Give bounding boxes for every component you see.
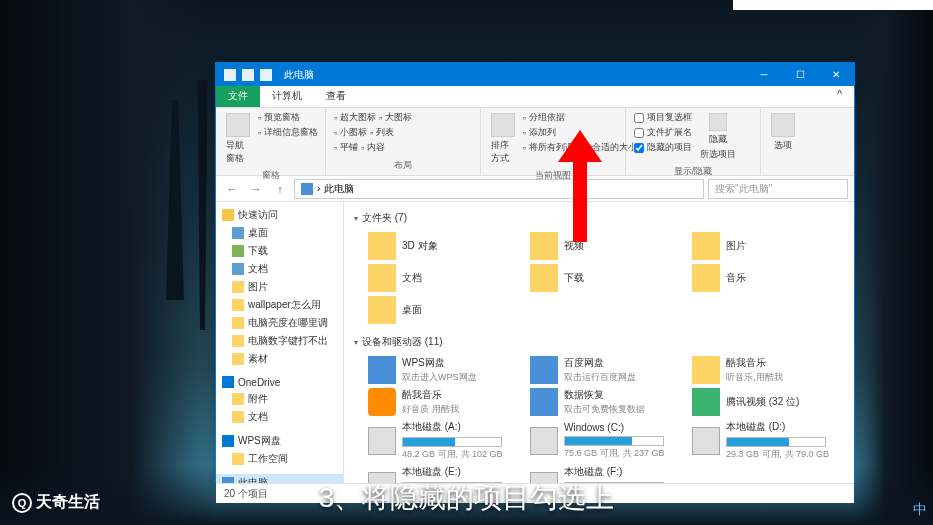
ribbon-tabs: 文件 计算机 查看 ^ [216,86,854,108]
cloud-icon [222,376,234,388]
drive-item[interactable]: 百度网盘双击运行百度网盘 [530,356,682,384]
drive-icon [692,388,720,416]
window-title: 此电脑 [280,68,746,82]
app-icon [224,69,236,81]
sidebar-item[interactable]: 附件 [216,390,343,408]
folder-item[interactable]: 视频 [530,232,682,260]
folder-item[interactable]: 桌面 [368,296,520,324]
addcol-option[interactable]: ▫添加列 [523,126,637,139]
folder-icon [232,299,244,311]
drive-item[interactable]: 本地磁盘 (A:)48.2 GB 可用, 共 102 GB [368,420,520,461]
preview-pane-option[interactable]: ▫预览窗格 [258,111,318,124]
content-area: ▾文件夹 (7) 3D 对象视频图片文档下载音乐桌面 ▾设备和驱动器 (11) … [344,202,854,483]
layout-option[interactable]: ▫小图标 ▫列表 [334,126,412,139]
close-button[interactable]: ✕ [818,63,854,86]
folder-icon [692,264,720,292]
section-drives[interactable]: ▾设备和驱动器 (11) [354,332,844,352]
sidebar-item[interactable]: 电脑数字键打不出 [216,332,343,350]
drive-item[interactable]: WPS网盘双击进入WPS网盘 [368,356,520,384]
folder-icon [232,317,244,329]
drive-item[interactable]: 本地磁盘 (D:)29.3 GB 可用, 共 79.0 GB [692,420,844,461]
desktop-icon [232,227,244,239]
drive-item[interactable]: 数据恢复双击可免费恢复数据 [530,388,682,416]
drive-item[interactable]: 腾讯视频 (32 位) [692,388,844,416]
sidebar-item[interactable]: wallpaper怎么用 [216,296,343,314]
folder-icon [368,232,396,260]
drive-icon [368,427,396,455]
drive-item[interactable]: 酷我音乐好音质 用酷我 [368,388,520,416]
caption-text: 3、将隐藏的项目勾选上 [0,479,933,517]
folder-item[interactable]: 下载 [530,264,682,292]
top-bar-fragment [733,0,933,10]
nav-pane-button[interactable]: 导航窗格 [224,111,252,167]
chevron-down-icon: ▾ [354,338,358,347]
brand-logo: Q天奇生活 [12,492,100,513]
sidebar-item[interactable]: 工作空间 [216,450,343,468]
sidebar-item-documents[interactable]: 文档 [216,260,343,278]
search-field[interactable]: 搜索"此电脑" [708,179,848,199]
folder-icon [232,353,244,365]
folder-icon [232,411,244,423]
folder-item[interactable]: 音乐 [692,264,844,292]
tab-view[interactable]: 查看 [314,86,358,107]
minimize-button[interactable]: ─ [746,63,782,86]
section-folders[interactable]: ▾文件夹 (7) [354,208,844,228]
layout-option[interactable]: ▫超大图标 ▫大图标 [334,111,412,124]
checkbox-hidden-items[interactable]: 隐藏的项目 [634,141,692,154]
folder-item[interactable]: 3D 对象 [368,232,520,260]
download-icon [232,245,244,257]
details-pane-option[interactable]: ▫详细信息窗格 [258,126,318,139]
ribbon: 导航窗格 ▫预览窗格 ▫详细信息窗格 窗格 ▫超大图标 ▫大图标 ▫小图标 ▫列… [216,108,854,176]
autosize-option[interactable]: ▫将所有列调整为合适的大小 [523,141,637,154]
sort-button[interactable]: 排序方式 [489,111,517,167]
checkbox-file-extensions[interactable]: 文件扩展名 [634,126,692,139]
document-icon [232,263,244,275]
sidebar-quick-access[interactable]: 快速访问 [216,206,343,224]
options-button[interactable]: 选项 [769,111,797,154]
titlebar[interactable]: 此电脑 ─ ☐ ✕ [216,63,854,86]
drive-icon [368,356,396,384]
drive-item[interactable]: Windows (C:)75.6 GB 可用, 共 237 GB [530,420,682,461]
sidebar-item[interactable]: 电脑亮度在哪里调 [216,314,343,332]
folder-icon [368,296,396,324]
folder-item[interactable]: 图片 [692,232,844,260]
folder-item[interactable]: 文档 [368,264,520,292]
drive-icon [692,356,720,384]
groupby-option[interactable]: ▫分组依据 [523,111,637,124]
folder-icon [530,264,558,292]
drive-item[interactable]: 酷我音乐听音乐,用酷我 [692,356,844,384]
qat-icon[interactable] [260,69,272,81]
group-label: 当前视图 [489,167,617,182]
folder-icon [530,232,558,260]
drive-icon [530,388,558,416]
drive-icon [530,427,558,455]
sidebar: 快速访问 桌面 下载 文档 图片 wallpaper怎么用 电脑亮度在哪里调 电… [216,202,344,483]
cloud-icon [222,435,234,447]
sidebar-item-desktop[interactable]: 桌面 [216,224,343,242]
folder-icon [368,264,396,292]
folder-icon [692,232,720,260]
explorer-window: 此电脑 ─ ☐ ✕ 文件 计算机 查看 ^ 导航窗格 ▫预览窗格 ▫详细信息窗格… [215,62,855,482]
ime-indicator[interactable]: 中 [913,501,927,519]
hide-selected-button[interactable]: 隐藏所选项目 [698,111,738,163]
sidebar-item[interactable]: 素材 [216,350,343,368]
layout-option[interactable]: ▫平铺 ▫内容 [334,141,412,154]
sidebar-item[interactable]: 文档 [216,408,343,426]
sidebar-wps[interactable]: WPS网盘 [216,432,343,450]
sidebar-item-downloads[interactable]: 下载 [216,242,343,260]
maximize-button[interactable]: ☐ [782,63,818,86]
folder-icon [232,393,244,405]
tab-file[interactable]: 文件 [216,86,260,107]
qat-icon[interactable] [242,69,254,81]
drive-icon [368,388,396,416]
pc-icon [301,183,313,195]
sidebar-item-pictures[interactable]: 图片 [216,278,343,296]
sidebar-onedrive[interactable]: OneDrive [216,374,343,390]
chevron-down-icon: ▾ [354,214,358,223]
checkbox-item-checkboxes[interactable]: 项目复选框 [634,111,692,124]
ribbon-collapse-button[interactable]: ^ [825,86,854,107]
star-icon [222,209,234,221]
folder-icon [232,335,244,347]
group-label: 布局 [334,157,472,172]
tab-computer[interactable]: 计算机 [260,86,314,107]
